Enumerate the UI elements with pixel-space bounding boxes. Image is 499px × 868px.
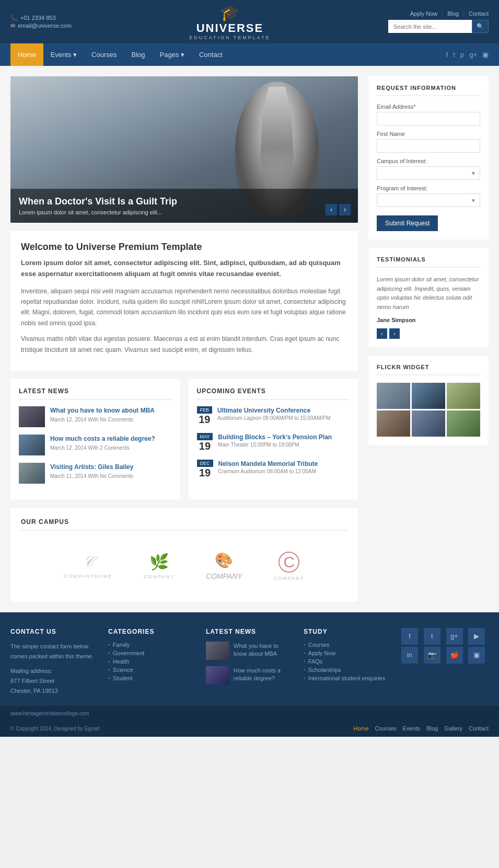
- facebook-icon[interactable]: f: [446, 51, 448, 59]
- googleplus-icon[interactable]: g+: [469, 51, 477, 59]
- footer-rss-button[interactable]: ▣: [468, 647, 485, 664]
- twitter-icon[interactable]: t: [453, 51, 455, 59]
- footer-bottom-gallery[interactable]: Gallery: [444, 725, 462, 732]
- flickr-item-4[interactable]: [377, 410, 410, 437]
- nav-courses[interactable]: Courses: [84, 43, 124, 66]
- footer-bottom-courses[interactable]: Courses: [375, 725, 397, 732]
- upcoming-events-column: UPCOMING EVENTS Feb 19 Ultimate Universi…: [189, 379, 358, 499]
- footer-facebook-button[interactable]: f: [401, 628, 418, 645]
- event-month-2: May: [197, 433, 213, 440]
- news-link-3[interactable]: Visiting Artists: Giles Bailey: [50, 463, 133, 471]
- study-link[interactable]: FAQs: [308, 658, 323, 665]
- scholarships-link[interactable]: Scholarships: [308, 667, 341, 673]
- footer-linkedin-button[interactable]: in: [401, 647, 418, 664]
- logo-subtitle: EDUCATION TEMPLATE: [189, 35, 271, 40]
- campus-select[interactable]: [377, 166, 480, 180]
- sidebar-right: REQUEST INFORMATION Email Address* First…: [368, 76, 489, 602]
- footer-news-link-2[interactable]: How much costs a reliable degree?: [234, 667, 281, 681]
- campus-logo-1: 𝒞 COMPANYNAME: [53, 548, 123, 584]
- logo-mark-3: 🎨: [215, 552, 233, 569]
- email-input[interactable]: [377, 112, 480, 125]
- hero-slider: When a Doctor's Visit Is a Guilt Trip Lo…: [10, 76, 358, 223]
- phone-icon: 📞: [10, 15, 18, 21]
- event-link-1[interactable]: Ultimate University Conference: [217, 407, 310, 414]
- flickr-item-5[interactable]: [412, 410, 445, 437]
- footer-youtube-button[interactable]: ▶: [468, 628, 485, 645]
- category-link[interactable]: Health: [113, 658, 130, 665]
- submit-request-button[interactable]: Submit Request: [377, 215, 438, 231]
- nav-pages[interactable]: Pages ▾: [153, 43, 192, 66]
- search-button[interactable]: 🔍: [472, 20, 489, 33]
- search-input[interactable]: [388, 20, 472, 33]
- campus-logos: 𝒞 COMPANYNAME 🌿 COMPANY 🎨 Company C COMP…: [21, 541, 347, 591]
- footer-bottom-bar: © Copyright 2014, Designed by Egmet Home…: [0, 720, 499, 737]
- event-item-3: Dec 19 Nelson Mandela Memorial Tribute C…: [197, 460, 350, 479]
- category-link[interactable]: Student: [113, 675, 133, 681]
- hero-title: When a Doctor's Visit Is a Guilt Trip: [19, 196, 350, 207]
- footer-contact-title: CONTACT US: [10, 628, 98, 635]
- blog-link[interactable]: Blog: [447, 10, 459, 17]
- news-thumb-3: [19, 463, 45, 484]
- study-link[interactable]: Apply Now: [308, 650, 336, 656]
- nav-home[interactable]: Home: [10, 43, 43, 66]
- footer-news-link-1[interactable]: What you have to know about MBA: [234, 643, 278, 657]
- contact-link[interactable]: Contact: [469, 10, 489, 17]
- hero-next-button[interactable]: ›: [339, 204, 351, 215]
- footer-study-item: •Scholarships: [304, 667, 391, 673]
- flickr-item-6[interactable]: [447, 410, 480, 437]
- event-info-2: Building Blocks – York's Pension Plan Ma…: [218, 433, 332, 448]
- event-item-2: May 19 Building Blocks – York's Pension …: [197, 433, 350, 452]
- footer-study-item: •Apply Now: [304, 650, 391, 656]
- footer-bottom-contact[interactable]: Contact: [469, 725, 489, 732]
- event-info-1: Ultimate University Conference Auditoriu…: [217, 406, 330, 421]
- event-link-3[interactable]: Nelson Mandela Memorial Tribute: [218, 460, 318, 467]
- footer-googleplus-button[interactable]: g+: [446, 628, 463, 645]
- footer-study: STUDY •Courses •Apply Now •FAQs •Scholar…: [304, 628, 391, 695]
- welcome-intro: Lorem ipsum dolor sit amet, consectetur …: [21, 258, 347, 280]
- news-link-2[interactable]: How much costs a reliable degree?: [50, 435, 155, 442]
- news-link-1[interactable]: What you have to know about MBA: [50, 407, 155, 414]
- testimonial-next-button[interactable]: ›: [389, 328, 400, 339]
- nav-links: Home Events ▾ Courses Blog Pages ▾ Conta…: [10, 43, 230, 66]
- category-link[interactable]: Science: [113, 667, 133, 673]
- news-info-1: What you have to know about MBA March 12…: [50, 406, 155, 422]
- email-icon: ✉: [10, 22, 15, 29]
- testimonial-prev-button[interactable]: ‹: [377, 328, 387, 339]
- pinterest-icon[interactable]: p: [460, 51, 464, 59]
- main-wrapper: When a Doctor's Visit Is a Guilt Trip Lo…: [0, 66, 499, 612]
- footer-categories-list: •Family •Government •Health •Science •St…: [108, 642, 195, 681]
- category-link[interactable]: Family: [113, 642, 130, 648]
- firstname-group: First Name: [377, 131, 480, 153]
- category-link[interactable]: Government: [113, 650, 145, 656]
- logo-icon: 🎓: [189, 3, 271, 21]
- footer-news-item-1: What you have to know about MBA: [206, 642, 293, 660]
- international-link[interactable]: International student enquiries: [308, 675, 385, 681]
- flickr-item-3[interactable]: [447, 383, 480, 409]
- footer-bottom-blog[interactable]: Blog: [426, 725, 438, 732]
- flickr-item-1[interactable]: [377, 383, 410, 409]
- event-link-2[interactable]: Building Blocks – York's Pension Plan: [218, 433, 332, 441]
- footer-bottom-nav: Home Courses Events Blog Gallery Contact: [353, 725, 489, 732]
- latest-news-title: LATEST NEWS: [19, 387, 172, 400]
- footer-instagram-button[interactable]: 📷: [424, 647, 440, 664]
- hero-prev-button[interactable]: ‹: [326, 204, 337, 215]
- nav-blog[interactable]: Blog: [124, 43, 152, 66]
- bullet-icon: •: [108, 676, 110, 680]
- footer-bottom-home[interactable]: Home: [353, 725, 368, 732]
- apply-now-link[interactable]: Apply Now: [410, 10, 438, 17]
- footer-social-grid: f t g+ ▶ in 📷 🍎 ▣: [401, 628, 489, 664]
- study-link[interactable]: Courses: [308, 642, 330, 648]
- logo-area[interactable]: 🎓 UNIVERSE EDUCATION TEMPLATE: [189, 3, 271, 40]
- footer-bottom-events[interactable]: Events: [403, 725, 421, 732]
- flickr-item-2[interactable]: [412, 383, 445, 409]
- testimonial-text: Lorem ipsum dolor sit amet, consectetur …: [377, 275, 480, 312]
- nav-events[interactable]: Events ▾: [43, 43, 84, 66]
- footer-apple-button[interactable]: 🍎: [446, 647, 463, 664]
- program-select[interactable]: [377, 193, 480, 207]
- nav-contact[interactable]: Contact: [192, 43, 230, 66]
- testimonials-panel: TESTIMONIALS Lorem ipsum dolor sit amet,…: [368, 248, 489, 347]
- rss-icon[interactable]: ▣: [482, 51, 489, 59]
- upcoming-events-title: UPCOMING EVENTS: [197, 387, 350, 400]
- firstname-input[interactable]: [377, 139, 480, 153]
- footer-twitter-button[interactable]: t: [424, 628, 440, 645]
